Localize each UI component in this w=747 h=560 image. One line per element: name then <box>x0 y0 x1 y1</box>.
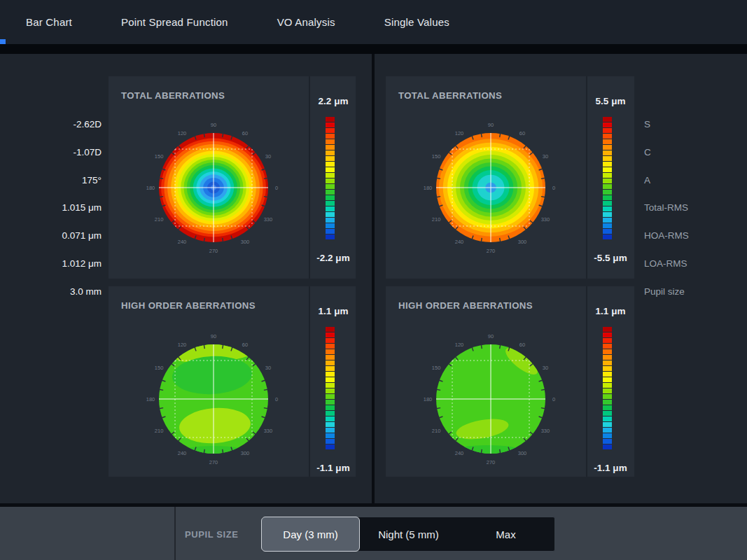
colorbar-segment <box>603 134 612 139</box>
colorbar-segment <box>326 212 335 217</box>
colorbar-segment <box>603 223 612 228</box>
colorbar-segment <box>603 332 612 337</box>
colorbar-divider <box>586 76 587 279</box>
angle-label-210: 210 <box>432 216 441 223</box>
colorbar-segment <box>603 173 612 178</box>
colorbar-segment <box>326 394 335 399</box>
angle-label-90: 90 <box>488 333 494 340</box>
measurement-value-pupil-size: 3.0 mm <box>0 286 102 297</box>
colorbar-segment <box>326 355 335 360</box>
pupil-size-segmented-control: Day (3 mm)Night (5 mm)Max <box>261 517 555 552</box>
panel-high-order-aberrations-day: HIGH ORDER ABERRATIONS1.1 μm-1.1 μm03060… <box>109 286 356 477</box>
scale-min-label: -1.1 μm <box>587 463 634 473</box>
colorbar-segment <box>603 178 612 183</box>
tab-bar-underline <box>0 44 747 54</box>
angle-label-120: 120 <box>178 342 187 348</box>
tab-vo-analysis[interactable]: VO Analysis <box>277 16 335 28</box>
colorbar-segment <box>603 206 612 211</box>
colorbar-segment <box>603 433 612 438</box>
measurement-label-loa-rms: LOA-RMS <box>644 258 687 269</box>
colorbar-segment <box>326 206 335 211</box>
colorbar-segment <box>603 117 612 122</box>
aberration-map: 0306090120150180210240270300330 <box>144 329 284 469</box>
angle-label-270: 270 <box>487 459 496 465</box>
colorbar-segment <box>326 122 335 127</box>
colorbar-segment <box>603 229 612 234</box>
colorbar-segment <box>603 327 612 332</box>
angle-label-180: 180 <box>424 396 433 402</box>
colorbar-segment <box>326 433 335 438</box>
colorbar-segment <box>603 422 612 427</box>
angle-label-210: 210 <box>432 428 441 434</box>
angle-label-240: 240 <box>178 239 187 245</box>
measurement-label-pupil-size: Pupil size <box>644 286 685 297</box>
colorbar-segment <box>603 411 612 416</box>
measurement-value-c: -1.07D <box>0 147 102 158</box>
colorbar-segment <box>603 190 612 195</box>
measurement-value-hoa-rms: 0.071 μm <box>0 230 102 241</box>
angle-label-90: 90 <box>211 333 216 340</box>
angle-label-240: 240 <box>455 450 464 456</box>
angle-label-60: 60 <box>519 130 525 136</box>
colorbar-segment <box>603 128 612 133</box>
tab-bar-chart[interactable]: Bar Chart <box>26 16 72 28</box>
aberration-map: 0306090120150180210240270300330 <box>421 329 561 469</box>
tab-point-spread-function[interactable]: Point Spread Function <box>121 16 228 28</box>
colorbar-segment <box>326 332 335 337</box>
colorbar-segment <box>326 383 335 388</box>
angle-label-330: 330 <box>264 216 273 223</box>
panel-high-order-aberrations-night: HIGH ORDER ABERRATIONS1.1 μm-1.1 μm03060… <box>386 286 634 477</box>
pupil-option-max[interactable]: Max <box>457 517 554 551</box>
colorbar-segment <box>603 218 612 223</box>
angle-label-300: 300 <box>241 450 250 456</box>
measurement-label-c: C <box>644 147 651 158</box>
pupil-option-day-3-mm[interactable]: Day (3 mm) <box>261 517 360 552</box>
pupil-size-label: PUPIL SIZE <box>185 529 239 540</box>
measurement-value-s: -2.62D <box>0 119 102 130</box>
colorbar-segment <box>603 150 612 155</box>
colorbar-segment <box>603 405 612 410</box>
panel-title: HIGH ORDER ABERRATIONS <box>121 300 256 311</box>
angle-label-240: 240 <box>178 450 187 456</box>
aberration-map: 0306090120150180210240270300330 <box>421 118 561 258</box>
colorbar-segment <box>326 128 335 133</box>
colorbar-segment <box>603 145 612 150</box>
colorbar <box>326 117 335 240</box>
angle-label-150: 150 <box>155 153 164 160</box>
panel-title: TOTAL ABERRATIONS <box>398 90 502 101</box>
angle-label-150: 150 <box>432 153 441 160</box>
scale-max-label: 1.1 μm <box>310 306 356 316</box>
colorbar-segment <box>326 184 335 189</box>
colorbar-segment <box>603 344 612 349</box>
colorbar-segment <box>326 167 335 172</box>
colorbar-segment <box>326 218 335 223</box>
colorbar <box>603 327 612 450</box>
angle-label-30: 30 <box>543 153 548 160</box>
colorbar-segment <box>603 162 612 167</box>
colorbar-segment <box>603 383 612 388</box>
colorbar-segment <box>326 428 335 433</box>
angle-label-270: 270 <box>487 248 496 254</box>
colorbar-segment <box>603 184 612 189</box>
colorbar-segment <box>326 444 335 449</box>
angle-label-30: 30 <box>543 365 548 371</box>
angle-label-0: 0 <box>552 396 555 402</box>
colorbar-segment <box>326 366 335 371</box>
pupil-option-night-5-mm[interactable]: Night (5 mm) <box>360 517 457 551</box>
measurement-value-a: 175° <box>0 175 102 186</box>
angle-label-180: 180 <box>146 396 155 402</box>
tab-bar: Bar ChartPoint Spread FunctionVO Analysi… <box>0 0 747 44</box>
colorbar-segment <box>603 355 612 360</box>
tab-single-values[interactable]: Single Values <box>384 16 449 28</box>
measurement-value-total-rms: 1.015 μm <box>0 202 102 213</box>
colorbar-segment <box>326 223 335 228</box>
angle-label-90: 90 <box>211 122 216 128</box>
bottom-bar-divider <box>174 507 176 560</box>
accent-marker <box>0 39 6 44</box>
colorbar-segment <box>603 338 612 343</box>
angle-label-150: 150 <box>432 365 441 371</box>
colorbar-segment <box>326 139 335 144</box>
colorbar-segment <box>326 405 335 410</box>
angle-label-300: 300 <box>518 239 527 245</box>
colorbar-segment <box>326 338 335 343</box>
